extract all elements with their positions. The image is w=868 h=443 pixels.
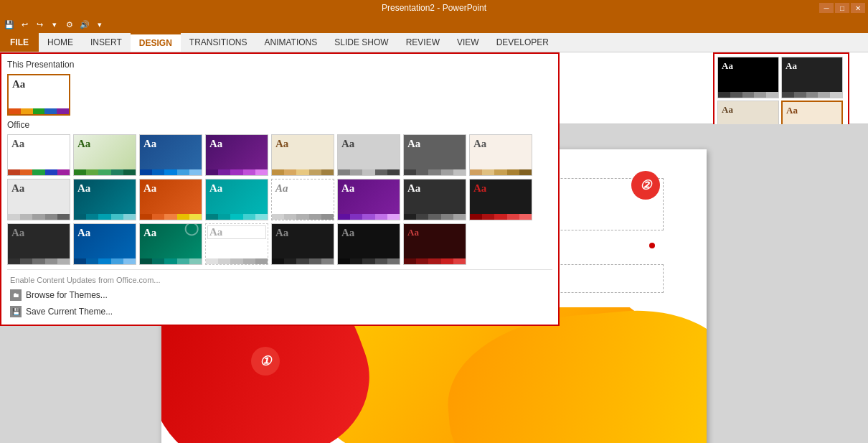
annotation-2: ②: [631, 171, 660, 200]
theme-item-office19[interactable]: Aa◯: [139, 223, 202, 265]
browse-themes-link[interactable]: 🖿 Browse for Themes...: [7, 288, 552, 302]
this-presentation-label: This Presentation: [7, 60, 552, 70]
minimize-button[interactable]: ─: [819, 3, 834, 13]
theme-item-office21[interactable]: Aa: [271, 223, 334, 265]
theme-current-colorbar: [9, 108, 69, 114]
theme-item-office17[interactable]: Aa: [7, 223, 70, 265]
theme-gallery-panel: This Presentation Aa Office Aa: [0, 52, 560, 326]
more-button[interactable]: ▾: [93, 18, 106, 31]
slide-background: [161, 307, 707, 443]
tab-home[interactable]: HOME: [39, 33, 82, 52]
theme-item-office23[interactable]: Aa: [403, 223, 466, 265]
presentation-options-button[interactable]: ⚙: [63, 18, 76, 31]
theme-item-office22[interactable]: Aa: [337, 223, 400, 265]
theme-item-office3[interactable]: Aa: [139, 134, 202, 176]
browse-themes-label: Browse for Themes...: [26, 290, 108, 300]
ribbon-tabs: FILE HOME INSERT DESIGN TRANSITIONS ANIM…: [0, 33, 868, 52]
browse-themes-icon: 🖿: [10, 289, 22, 301]
redo-button[interactable]: ↪: [33, 18, 46, 31]
office-themes-grid: Aa Aa Aa Aa Aa Aa: [7, 134, 552, 265]
tab-slideshow[interactable]: SLIDE SHOW: [326, 33, 397, 52]
save-theme-label: Save Current Theme...: [26, 307, 113, 317]
theme-item-office15[interactable]: Aa: [403, 179, 466, 220]
theme-item-office9[interactable]: Aa: [7, 179, 70, 220]
tab-animations[interactable]: ANIMATIONS: [255, 33, 326, 52]
theme-item-office1[interactable]: Aa: [7, 134, 70, 176]
theme-item-office20[interactable]: Aa: [205, 223, 268, 265]
volume-button[interactable]: 🔊: [78, 18, 91, 31]
theme-current[interactable]: Aa: [7, 74, 70, 116]
window-controls: ─ □ ✕: [819, 3, 865, 13]
theme-item-office13[interactable]: Aa: [271, 179, 334, 220]
theme-item-office7[interactable]: Aa: [403, 134, 466, 176]
panel-footer: Enable Content Updates from Office.com..…: [7, 274, 552, 319]
tab-view[interactable]: VIEW: [448, 33, 488, 52]
current-theme-grid: Aa: [7, 74, 552, 116]
undo-button[interactable]: ↩: [18, 18, 31, 31]
theme-item-office11[interactable]: Aa: [139, 179, 202, 220]
save-button[interactable]: 💾: [3, 18, 16, 31]
tab-file[interactable]: FILE: [0, 33, 39, 52]
title-bar: Presentation2 - PowerPoint ─ □ ✕: [0, 0, 868, 16]
annotation-1: ①: [251, 347, 280, 376]
window-title: Presentation2 - PowerPoint: [382, 3, 486, 13]
theme-item-office8[interactable]: Aa: [469, 134, 532, 176]
theme-current-label: Aa: [9, 75, 69, 90]
tab-review[interactable]: REVIEW: [397, 33, 448, 52]
red-dot: [649, 243, 655, 248]
theme-item-office10[interactable]: Aa: [73, 179, 136, 220]
ribbon-content: This Presentation Aa Office Aa: [0, 52, 868, 124]
tab-transitions[interactable]: TRANSITIONS: [181, 33, 256, 52]
variant-item-1[interactable]: Aa: [717, 57, 779, 98]
close-button[interactable]: ✕: [851, 3, 865, 13]
theme-item-office2[interactable]: Aa: [73, 134, 136, 176]
theme-item-office4[interactable]: Aa: [205, 134, 268, 176]
quick-access-toolbar: 💾 ↩ ↪ ▾ ⚙ 🔊 ▾: [0, 16, 868, 33]
theme-item-office12[interactable]: Aa: [205, 179, 268, 220]
theme-item-office14[interactable]: Aa: [337, 179, 400, 220]
theme-item-office16[interactable]: Aa: [469, 179, 532, 220]
tab-insert[interactable]: INSERT: [82, 33, 131, 52]
theme-item-office6[interactable]: Aa: [337, 134, 400, 176]
enable-content-text: Enable Content Updates from Office.com..…: [7, 274, 552, 286]
customize-qat-button[interactable]: ▾: [48, 18, 61, 31]
variant-item-2[interactable]: Aa: [781, 57, 843, 98]
maximize-button[interactable]: □: [835, 3, 849, 13]
tab-design[interactable]: DESIGN: [131, 33, 181, 52]
tab-developer[interactable]: DEVELOPER: [488, 33, 557, 52]
save-theme-icon: 💾: [10, 306, 22, 317]
save-theme-link[interactable]: 💾 Save Current Theme...: [7, 304, 552, 319]
theme-item-office18[interactable]: Aa: [73, 223, 136, 265]
panel-divider: [7, 269, 552, 270]
office-label: Office: [7, 120, 552, 130]
theme-item-office5[interactable]: Aa: [271, 134, 334, 176]
